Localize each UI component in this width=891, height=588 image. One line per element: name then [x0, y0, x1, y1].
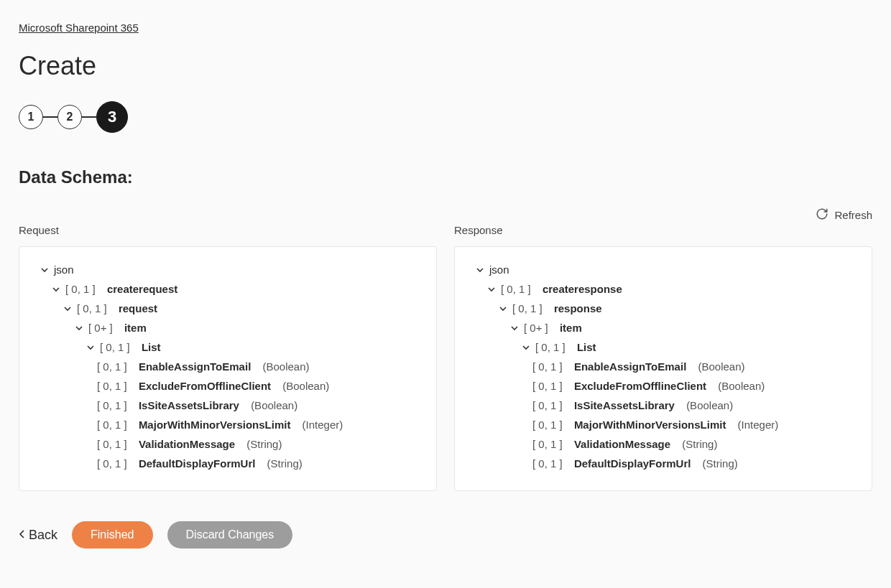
cardinality: [ 0, 1 ] — [77, 302, 107, 314]
leaf-type: (String) — [682, 438, 717, 450]
chevron-down-icon — [74, 323, 84, 333]
discard-changes-button[interactable]: Discard Changes — [167, 521, 293, 549]
tree-leaf[interactable]: [ 0, 1 ] ExcludeFromOfflineClient (Boole… — [469, 376, 857, 396]
tree-node-json[interactable]: json — [469, 260, 857, 279]
leaf-name: IsSiteAssetsLibrary — [139, 399, 239, 411]
response-panel: json [ 0, 1 ] createresponse [ 0, 1 ] re… — [454, 246, 872, 491]
cardinality: [ 0, 1 ] — [532, 457, 563, 470]
leaf-type: (String) — [267, 457, 303, 470]
cardinality: [ 0, 1 ] — [532, 419, 563, 431]
step-2[interactable]: 2 — [57, 105, 82, 129]
chevron-left-icon — [19, 528, 26, 543]
leaf-type: (Boolean) — [262, 360, 309, 373]
leaf-type: (Boolean) — [698, 360, 744, 373]
tree-node-label: json — [489, 263, 509, 276]
chevron-down-icon — [40, 265, 50, 275]
refresh-label: Refresh — [834, 209, 872, 221]
leaf-name: ValidationMessage — [574, 438, 670, 450]
tree-leaf[interactable]: [ 0, 1 ] MajorWithMinorVersionsLimit (In… — [34, 415, 422, 434]
cardinality: [ 0, 1 ] — [532, 438, 563, 450]
node-name: item — [124, 322, 147, 334]
tree-node-json[interactable]: json — [34, 260, 422, 279]
chevron-down-icon — [509, 323, 520, 333]
step-3[interactable]: 3 — [96, 101, 128, 133]
section-title: Data Schema: — [19, 167, 872, 187]
leaf-type: (Boolean) — [282, 380, 329, 392]
refresh-icon — [816, 207, 828, 223]
tree-node[interactable]: [ 0, 1 ] request — [34, 299, 422, 318]
leaf-type: (Integer) — [738, 419, 779, 431]
node-name: List — [142, 341, 161, 353]
tree-leaf[interactable]: [ 0, 1 ] ExcludeFromOfflineClient (Boole… — [34, 376, 422, 396]
node-name: List — [577, 341, 596, 353]
leaf-type: (Integer) — [303, 419, 343, 431]
back-label: Back — [29, 528, 57, 543]
cardinality: [ 0, 1 ] — [532, 399, 563, 411]
chevron-down-icon — [486, 284, 497, 294]
finished-button[interactable]: Finished — [72, 521, 152, 549]
cardinality: [ 0, 1 ] — [65, 283, 96, 295]
page-title: Create — [19, 51, 872, 81]
tree-node[interactable]: [ 0, 1 ] List — [34, 337, 422, 357]
leaf-name: ExcludeFromOfflineClient — [139, 380, 271, 392]
cardinality: [ 0+ ] — [524, 322, 548, 334]
request-panel: json [ 0, 1 ] createrequest [ 0, 1 ] req… — [19, 246, 437, 491]
cardinality: [ 0, 1 ] — [532, 380, 563, 392]
cardinality: [ 0, 1 ] — [97, 438, 127, 450]
leaf-type: (Boolean) — [718, 380, 765, 392]
node-name: request — [119, 302, 157, 314]
node-name: createresponse — [543, 283, 622, 295]
tree-leaf[interactable]: [ 0, 1 ] EnableAssignToEmail (Boolean) — [34, 357, 422, 376]
chevron-down-icon — [63, 304, 73, 314]
tree-leaf[interactable]: [ 0, 1 ] DefaultDisplayFormUrl (String) — [34, 454, 422, 473]
tree-node-label: json — [54, 263, 74, 276]
cardinality: [ 0, 1 ] — [97, 457, 127, 470]
chevron-down-icon — [475, 265, 485, 275]
tree-node[interactable]: [ 0+ ] item — [34, 318, 422, 337]
cardinality: [ 0, 1 ] — [97, 419, 127, 431]
tree-leaf[interactable]: [ 0, 1 ] DefaultDisplayFormUrl (String) — [469, 454, 857, 473]
cardinality: [ 0, 1 ] — [100, 341, 130, 353]
leaf-name: MajorWithMinorVersionsLimit — [139, 419, 291, 431]
cardinality: [ 0, 1 ] — [501, 283, 531, 295]
cardinality: [ 0, 1 ] — [97, 380, 127, 392]
leaf-name: ValidationMessage — [139, 438, 235, 450]
node-name: createrequest — [107, 283, 177, 295]
refresh-button[interactable]: Refresh — [19, 207, 872, 223]
node-name: item — [560, 322, 582, 334]
tree-leaf[interactable]: [ 0, 1 ] ValidationMessage (String) — [469, 434, 857, 454]
request-label: Request — [19, 224, 437, 236]
cardinality: [ 0, 1 ] — [97, 399, 127, 411]
tree-node[interactable]: [ 0+ ] item — [469, 318, 857, 337]
leaf-type: (Boolean) — [686, 399, 733, 411]
leaf-name: EnableAssignToEmail — [574, 360, 686, 373]
chevron-down-icon — [521, 342, 531, 353]
tree-leaf[interactable]: [ 0, 1 ] EnableAssignToEmail (Boolean) — [469, 357, 857, 376]
request-column: Request json [ 0, 1 ] createrequest [ 0,… — [19, 224, 437, 491]
tree-node[interactable]: [ 0, 1 ] createrequest — [34, 279, 422, 299]
stepper: 1 2 3 — [19, 101, 872, 133]
leaf-name: IsSiteAssetsLibrary — [574, 399, 675, 411]
cardinality: [ 0, 1 ] — [532, 360, 563, 373]
cardinality: [ 0, 1 ] — [97, 360, 127, 373]
tree-leaf[interactable]: [ 0, 1 ] ValidationMessage (String) — [34, 434, 422, 454]
step-connector — [43, 116, 57, 118]
chevron-down-icon — [51, 284, 61, 294]
step-1[interactable]: 1 — [19, 105, 43, 129]
cardinality: [ 0, 1 ] — [512, 302, 543, 314]
back-button[interactable]: Back — [19, 528, 57, 543]
tree-node[interactable]: [ 0, 1 ] response — [469, 299, 857, 318]
tree-leaf[interactable]: [ 0, 1 ] IsSiteAssetsLibrary (Boolean) — [34, 396, 422, 415]
cardinality: [ 0+ ] — [88, 322, 113, 334]
tree-node[interactable]: [ 0, 1 ] List — [469, 337, 857, 357]
tree-node[interactable]: [ 0, 1 ] createresponse — [469, 279, 857, 299]
leaf-type: (String) — [703, 457, 738, 470]
leaf-name: MajorWithMinorVersionsLimit — [574, 419, 726, 431]
breadcrumb[interactable]: Microsoft Sharepoint 365 — [19, 22, 139, 34]
leaf-name: ExcludeFromOfflineClient — [574, 380, 706, 392]
tree-leaf[interactable]: [ 0, 1 ] MajorWithMinorVersionsLimit (In… — [469, 415, 857, 434]
leaf-type: (String) — [246, 438, 282, 450]
leaf-name: DefaultDisplayFormUrl — [139, 457, 256, 470]
tree-leaf[interactable]: [ 0, 1 ] IsSiteAssetsLibrary (Boolean) — [469, 396, 857, 415]
leaf-name: DefaultDisplayFormUrl — [574, 457, 691, 470]
